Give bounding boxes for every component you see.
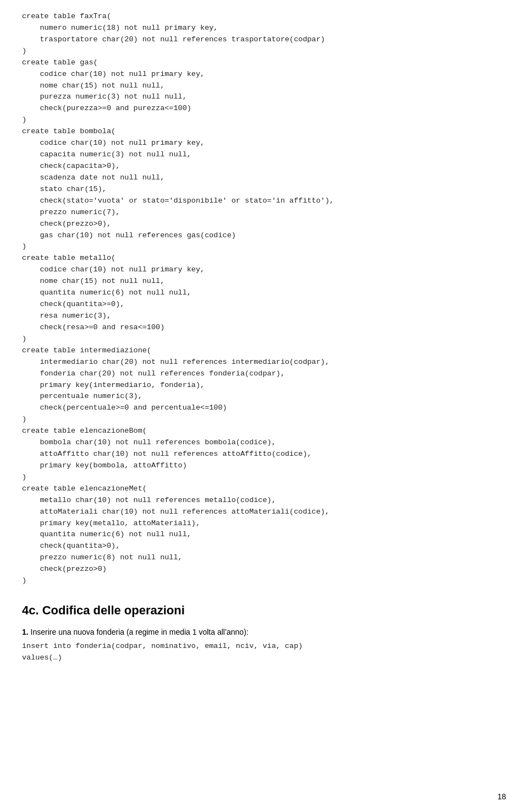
code-block: create table faxTra( numero numeric(18) … [22, 11, 506, 587]
operation-item-1-code: insert into fonderia(codpar, nominativo,… [22, 641, 506, 664]
section-heading: 4c. Codifica delle operazioni [22, 603, 506, 618]
page-number: 18 [497, 792, 506, 801]
operation-item-1-description: Inserire una nuova fonderia (a regime in… [31, 628, 249, 636]
operation-item-1: 1. Inserire una nuova fonderia (a regime… [22, 628, 506, 664]
operation-item-1-heading: 1. Inserire una nuova fonderia (a regime… [22, 628, 506, 636]
